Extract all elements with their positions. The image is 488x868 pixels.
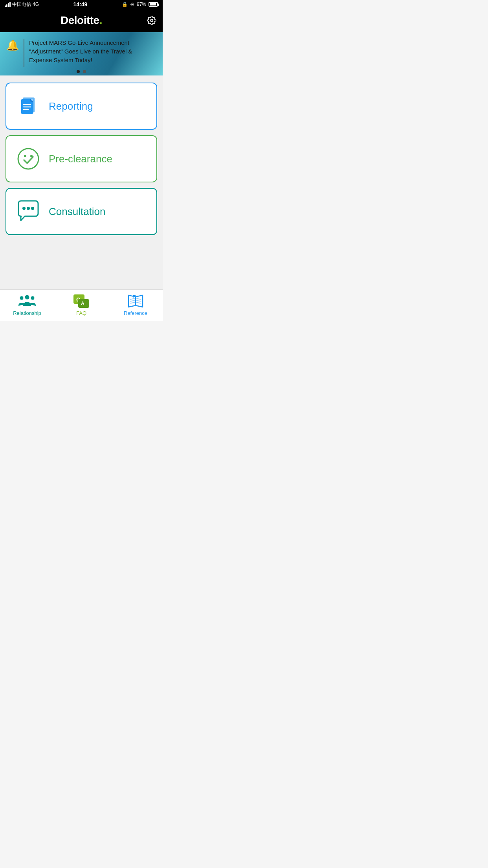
tab-bar: Relationship Q A FAQ [0,289,163,321]
status-right: 🔒 ✳ 97% [122,2,158,7]
faq-tab-label: FAQ [76,310,86,316]
content-spacer [0,242,163,289]
svg-point-11 [31,207,34,210]
svg-point-9 [22,207,26,210]
logo: Deloitte. [61,14,102,27]
svg-point-10 [27,207,30,210]
svg-point-0 [150,19,153,22]
carrier-label: 中国电信 [12,1,31,8]
header: Deloitte. [0,9,163,32]
preclearance-card[interactable]: Pre-clearance [6,135,157,182]
lock-icon: 🔒 [122,2,128,7]
battery-icon [149,2,158,7]
svg-point-13 [20,296,24,300]
reporting-icon [14,92,42,120]
svg-line-25 [137,303,141,303]
relationship-icon [18,294,36,309]
consultation-icon [14,197,42,226]
svg-line-23 [137,299,141,299]
reference-icon [127,294,144,309]
consultation-card[interactable]: Consultation [6,188,157,235]
tab-relationship[interactable]: Relationship [0,290,54,321]
reference-tab-label: Reference [124,310,147,316]
banner-divider [24,39,24,67]
settings-button[interactable] [147,16,156,25]
main-content: Reporting Pre-clearance [0,75,163,242]
svg-point-14 [31,296,35,300]
dot-1[interactable] [77,70,80,73]
signal-icon [5,2,11,7]
relationship-tab-label: Relationship [13,310,41,316]
banner-message: Project MARS Go-Live Announcement "Adjus… [29,39,156,64]
reporting-card[interactable]: Reporting [6,83,157,130]
bell-icon: 🔔 [6,39,19,51]
preclearance-icon [14,145,42,173]
bluetooth-icon: ✳ [130,2,134,7]
announcement-banner: 🔔 Project MARS Go-Live Announcement "Adj… [0,32,163,75]
status-left: 中国电信 4G [5,1,39,8]
faq-icon: Q A [73,294,90,309]
status-bar: 中国电信 4G 14:49 🔒 ✳ 97% [0,0,163,9]
svg-point-6 [18,149,39,169]
network-label: 4G [33,2,39,7]
svg-line-21 [130,301,134,301]
time-label: 14:49 [73,1,88,7]
svg-text:A: A [81,301,84,306]
svg-point-12 [25,295,29,300]
consultation-label: Consultation [49,206,106,218]
svg-line-22 [130,303,134,303]
tab-reference[interactable]: Reference [108,290,163,321]
svg-line-20 [130,299,134,299]
dot-2[interactable] [83,70,86,73]
tab-faq[interactable]: Q A FAQ [54,290,108,321]
svg-point-7 [24,155,26,157]
svg-line-24 [137,301,141,301]
preclearance-label: Pre-clearance [49,153,112,165]
carousel-dots [77,70,86,73]
battery-label: 97% [137,2,146,7]
reporting-label: Reporting [49,100,93,112]
